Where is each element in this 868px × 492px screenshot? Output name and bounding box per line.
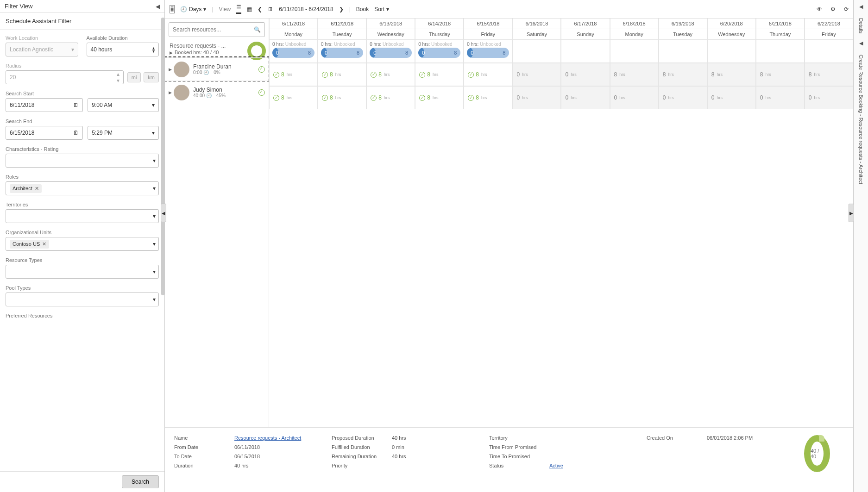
list-view-icon[interactable]: ☰ xyxy=(236,4,241,14)
unbooked-cell[interactable] xyxy=(756,40,805,63)
day-header[interactable]: 6/21/2018Thursday xyxy=(756,19,805,40)
unbooked-cell[interactable] xyxy=(805,40,853,63)
day-header[interactable]: 6/22/2018Friday xyxy=(805,19,853,40)
unbooked-cell[interactable]: 0 hrs: Unbooked 08 xyxy=(415,40,464,63)
availability-cell[interactable]: 8hrs xyxy=(805,63,853,86)
collapse-right-tab[interactable]: ▶ xyxy=(849,204,854,222)
unit-mi-button[interactable]: mi xyxy=(127,72,141,82)
search-start-date[interactable]: 6/11/2018 🗓 xyxy=(6,98,83,112)
grid-view-icon[interactable]: ▦ xyxy=(247,6,252,12)
expand-booking-icon[interactable]: ◀ xyxy=(859,40,863,46)
day-header[interactable]: 6/16/2018Saturday xyxy=(512,19,561,40)
unbooked-cell[interactable] xyxy=(610,40,659,63)
unbooked-pill[interactable]: 08 xyxy=(418,48,460,58)
remove-chip-icon[interactable]: ✕ xyxy=(42,241,46,247)
details-tab[interactable]: Details xyxy=(858,18,864,34)
work-location-select[interactable]: Location Agnostic ▾ xyxy=(6,43,78,56)
availability-cell[interactable]: 0hrs xyxy=(659,86,707,109)
availability-cell[interactable]: 8hrs xyxy=(610,63,659,86)
unbooked-cell[interactable]: 0 hrs: Unbooked 08 xyxy=(464,40,512,63)
calendar-icon[interactable]: 🗓 xyxy=(73,102,79,108)
availability-cell[interactable]: ✓8hrs xyxy=(415,63,464,86)
availability-cell[interactable]: ✓8hrs xyxy=(415,86,464,109)
availability-cell[interactable]: 0hrs xyxy=(805,86,853,109)
expand-icon[interactable]: ▶ xyxy=(169,67,172,72)
day-header[interactable]: 6/19/2018Tuesday xyxy=(659,19,707,40)
resource-row[interactable]: ▶ Judy Simon 40:00 🕘45% xyxy=(165,81,269,104)
pool-types-select[interactable]: ▾ xyxy=(6,293,159,306)
scrollbar-thumb[interactable] xyxy=(161,18,164,295)
unbooked-cell[interactable] xyxy=(707,40,756,63)
date-picker-icon[interactable]: 🗓 xyxy=(268,6,273,12)
create-booking-tab[interactable]: Create Resource Booking - Resource reque… xyxy=(858,55,864,184)
expand-icon[interactable]: ▶ xyxy=(169,90,172,95)
availability-cell[interactable]: ✓8hrs xyxy=(366,63,415,86)
availability-cell[interactable]: 0hrs xyxy=(512,86,561,109)
availability-cell[interactable]: ✓8hrs xyxy=(318,86,366,109)
collapse-left-tab[interactable]: ◀ xyxy=(161,204,166,222)
unbooked-cell[interactable]: 0 hrs: Unbooked 08 xyxy=(318,40,366,63)
collapse-filter-icon[interactable]: ◀ xyxy=(156,3,160,10)
availability-cell[interactable]: 0hrs xyxy=(561,63,610,86)
schedule-grid[interactable]: 6/11/2018Monday6/12/2018Tuesday6/13/2018… xyxy=(269,19,853,463)
resource-search[interactable]: 🔍 xyxy=(169,22,265,37)
availability-cell[interactable]: 0hrs xyxy=(512,63,561,86)
day-header[interactable]: 6/11/2018Monday xyxy=(269,19,318,40)
resource-types-select[interactable]: ▾ xyxy=(6,265,159,279)
unbooked-pill[interactable]: 08 xyxy=(370,48,412,58)
search-icon[interactable]: 🔍 xyxy=(254,26,261,33)
availability-cell[interactable]: 0hrs xyxy=(707,86,756,109)
detail-name-link[interactable]: Resource requests - Architect xyxy=(234,435,313,441)
availability-cell[interactable]: ✓8hrs xyxy=(318,63,366,86)
expand-icon[interactable]: ▶ xyxy=(170,50,173,55)
unbooked-pill[interactable]: 08 xyxy=(321,48,363,58)
expand-details-icon[interactable]: ◀ xyxy=(859,4,863,10)
characteristics-select[interactable]: ▾ xyxy=(6,154,159,168)
search-end-time[interactable]: 5:29 PM ▾ xyxy=(88,126,159,140)
availability-cell[interactable]: 0hrs xyxy=(610,86,659,109)
book-button[interactable]: Book xyxy=(356,6,369,12)
availability-cell[interactable]: 0hrs xyxy=(756,86,805,109)
days-dropdown[interactable]: 🕘 Days ▾ xyxy=(180,6,206,12)
expand-collapse-rows-icon[interactable]: ☰☰ xyxy=(170,5,175,13)
prev-range-icon[interactable]: ❮ xyxy=(258,6,262,12)
day-header[interactable]: 6/15/2018Friday xyxy=(464,19,512,40)
territories-select[interactable]: ▾ xyxy=(6,209,159,223)
next-range-icon[interactable]: ❯ xyxy=(339,6,344,12)
availability-cell[interactable]: 8hrs xyxy=(659,63,707,86)
search-button[interactable]: Search xyxy=(122,475,159,488)
day-header[interactable]: 6/18/2018Monday xyxy=(610,19,659,40)
unbooked-cell[interactable] xyxy=(659,40,707,63)
resource-row[interactable]: ▶ Francine Duran 0:00 🕘0% xyxy=(165,57,269,81)
day-header[interactable]: 6/12/2018Tuesday xyxy=(318,19,366,40)
availability-cell[interactable]: 8hrs xyxy=(756,63,805,86)
availability-cell[interactable]: ✓8hrs xyxy=(464,86,512,109)
calendar-icon[interactable]: 🗓 xyxy=(73,130,79,136)
unbooked-cell[interactable] xyxy=(561,40,610,63)
unbooked-pill[interactable]: 08 xyxy=(467,48,509,58)
unbooked-cell[interactable]: 0 hrs: Unbooked 08 xyxy=(269,40,318,63)
day-header[interactable]: 6/13/2018Wednesday xyxy=(366,19,415,40)
roles-select[interactable]: Architect ✕ ▾ xyxy=(6,181,159,195)
search-start-time[interactable]: 9:00 AM ▾ xyxy=(88,98,159,112)
resource-search-input[interactable] xyxy=(173,26,254,33)
day-header[interactable]: 6/14/2018Thursday xyxy=(415,19,464,40)
unbooked-cell[interactable]: 0 hrs: Unbooked 08 xyxy=(366,40,415,63)
eye-icon[interactable]: 👁 xyxy=(817,6,822,12)
day-header[interactable]: 6/17/2018Sunday xyxy=(561,19,610,40)
org-units-select[interactable]: Contoso US ✕ ▾ xyxy=(6,237,159,251)
day-header[interactable]: 6/20/2018Wednesday xyxy=(707,19,756,40)
unbooked-pill[interactable]: 08 xyxy=(272,48,314,58)
refresh-icon[interactable]: ⟳ xyxy=(844,6,849,12)
availability-cell[interactable]: ✓8hrs xyxy=(366,86,415,109)
availability-cell[interactable]: 0hrs xyxy=(561,86,610,109)
unbooked-cell[interactable] xyxy=(512,40,561,63)
detail-status-link[interactable]: Active xyxy=(549,463,628,468)
unit-km-button[interactable]: km xyxy=(144,72,159,82)
availability-cell[interactable]: ✓8hrs xyxy=(269,63,318,86)
availability-cell[interactable]: 8hrs xyxy=(707,63,756,86)
gear-icon[interactable]: ⚙ xyxy=(830,6,836,12)
sort-dropdown[interactable]: Sort ▾ xyxy=(374,6,389,12)
availability-cell[interactable]: ✓8hrs xyxy=(269,86,318,109)
availability-cell[interactable]: ✓8hrs xyxy=(464,63,512,86)
